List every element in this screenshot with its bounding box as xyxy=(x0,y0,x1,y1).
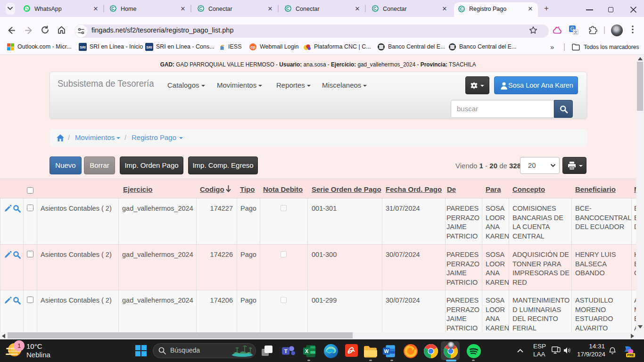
svg-text:T: T xyxy=(284,348,288,354)
svg-text:X: X xyxy=(305,348,309,354)
svg-text:cp: cp xyxy=(251,45,256,49)
svg-text:SRI: SRI xyxy=(146,45,152,49)
svg-text:SRI: SRI xyxy=(80,45,85,49)
svg-text:W: W xyxy=(384,348,389,354)
svg-text:文: 文 xyxy=(574,30,578,34)
